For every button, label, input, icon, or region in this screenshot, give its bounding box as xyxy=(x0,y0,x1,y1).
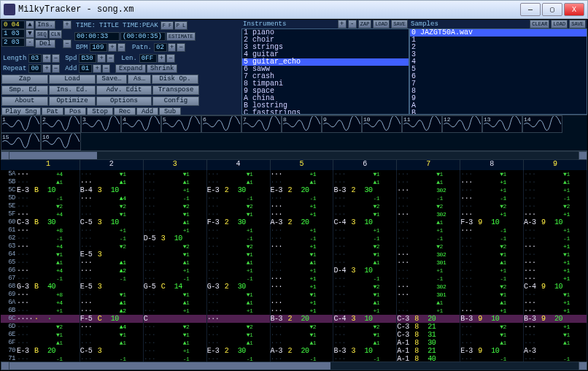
pattern-cell[interactable]: ···-1 xyxy=(207,234,271,242)
pattern-cell[interactable]: ···+1 xyxy=(271,283,334,291)
inst-load-button[interactable]: LOAD xyxy=(373,20,390,28)
pattern-cell[interactable]: ···▼1 xyxy=(144,210,207,218)
pattern-cell[interactable]: ···▼1 xyxy=(524,331,587,339)
pattern-cell[interactable]: C-53 xyxy=(80,347,144,355)
pattern-cell[interactable]: ···+1 xyxy=(144,226,207,234)
del-button[interactable]: Del xyxy=(35,39,55,48)
pattern-cell[interactable]: ···▼2 xyxy=(397,242,460,250)
pattern-cell[interactable]: A-1840 xyxy=(397,355,460,362)
scope-channel[interactable]: 12 xyxy=(442,115,482,133)
seq-button[interactable]: SEQ xyxy=(35,30,48,39)
pattern-cell[interactable]: ···▲4 xyxy=(80,323,144,331)
pattern-cell[interactable]: ···▼1 xyxy=(144,291,207,299)
pattern-cell[interactable]: ···+1 xyxy=(207,307,271,315)
pattern-cell[interactable]: ···301 xyxy=(397,291,460,299)
pattern-cell[interactable]: ···301 xyxy=(397,259,460,267)
options-button[interactable]: Options xyxy=(96,96,152,106)
pattern-row[interactable]: 6D···▼2···▲4···▼2···▼2···▼2···▼2C-3821··… xyxy=(1,323,587,331)
pattern-cell[interactable]: ···-1 xyxy=(144,275,207,283)
pattern-cell[interactable]: ···-1 xyxy=(17,355,80,362)
pattern-row[interactable]: 5D···-1···▲4···-1···-1···-1···-1···-1···… xyxy=(1,194,587,202)
pattern-cell[interactable]: ···+4 xyxy=(17,210,80,218)
about-button[interactable]: About xyxy=(1,96,48,106)
pattern-cell[interactable]: ···▲1 xyxy=(271,339,334,347)
order-ff-button[interactable]: - xyxy=(26,38,34,47)
pattern-scrollbar[interactable] xyxy=(1,362,587,370)
pattern-cell[interactable]: E-3230 xyxy=(207,186,271,194)
config-button[interactable]: Config xyxy=(152,96,199,106)
transpose-button[interactable]: Transpose xyxy=(152,85,199,95)
pattern-cell[interactable]: ···302 xyxy=(397,186,460,194)
pattern-cell[interactable]: ···+1 xyxy=(144,186,207,194)
channel-header[interactable]: 4 xyxy=(207,160,271,170)
pattern-cell[interactable]: ···▲1 xyxy=(271,259,334,267)
pattern-cell[interactable]: ···▲1 xyxy=(397,218,460,226)
estimate-button[interactable]: ESTIMATE xyxy=(166,32,196,41)
pattern-cell[interactable]: ···▼1 xyxy=(207,331,271,339)
pattern-row[interactable]: 69···+8···▼1···▼1···▼1···▼1···▼1···301··… xyxy=(1,291,587,299)
pattern-cell[interactable]: ···+1 xyxy=(397,267,460,275)
pattern-cell[interactable]: ···▼1 xyxy=(17,250,80,259)
patn-plus[interactable]: + xyxy=(168,43,176,52)
ins-button[interactable]: Ins. xyxy=(35,20,55,29)
channel-header[interactable]: 7 xyxy=(397,160,460,170)
sample-list[interactable]: 0 JAZGT50A.wav1 2 3 4 5 6 7 8 9 A B xyxy=(409,28,587,115)
scope-channel[interactable]: 2 xyxy=(41,115,81,133)
pattern-cell[interactable]: ···-1 xyxy=(17,275,80,283)
pattern-cell[interactable]: ···▼1 xyxy=(80,291,144,299)
channel-header[interactable]: 8 xyxy=(460,160,524,170)
inst-plus-button[interactable]: + xyxy=(338,20,347,28)
pattern-cell[interactable]: ···+1 xyxy=(524,259,587,267)
add-minus[interactable]: − xyxy=(102,64,110,73)
add-plus[interactable]: + xyxy=(93,64,101,73)
samp-save-button[interactable]: SAVE xyxy=(569,20,586,28)
pattern-cell[interactable]: ······ xyxy=(17,315,80,323)
pattern-cell[interactable]: ···+1 xyxy=(397,226,460,234)
instrument-item[interactable]: C faststrings xyxy=(242,110,409,115)
pattern-cell[interactable]: ···+4 xyxy=(17,299,80,307)
sample-item[interactable]: 8 xyxy=(410,88,587,95)
pattern-cell[interactable]: ···▲1 xyxy=(271,178,334,186)
pattern-cell[interactable]: ···▼2 xyxy=(144,242,207,250)
channel-header[interactable]: 3 xyxy=(144,160,207,170)
pattern-row[interactable]: 6B···+1···▲2···+1···+1···+1···+1···+1···… xyxy=(1,307,587,315)
order-row-1[interactable]: 1 03 xyxy=(1,29,25,38)
pattern-cell[interactable]: B-4310 xyxy=(80,186,144,194)
pattern-cell[interactable]: ···▼1 xyxy=(144,250,207,259)
pattern-cell[interactable]: ···+1 xyxy=(271,226,334,234)
pattern-cell[interactable]: ···+1 xyxy=(207,226,271,234)
pattern-cell[interactable]: ···▼2 xyxy=(80,242,144,250)
pattern-cell[interactable]: ···▲1 xyxy=(460,259,524,267)
pattern-cell[interactable]: ···▲1 xyxy=(207,339,271,347)
pattern-cell[interactable]: ···▼2 xyxy=(333,323,397,331)
pattern-cell[interactable]: ···▼1 xyxy=(524,291,587,299)
pattern-cell[interactable]: ···302 xyxy=(397,210,460,218)
pattern-cell[interactable]: ···▲1 xyxy=(207,259,271,267)
scope-channel[interactable]: 5 xyxy=(161,115,201,133)
samp-clear-button[interactable]: CLEAR xyxy=(530,20,549,28)
pattern-cell[interactable]: D-4310 xyxy=(333,267,397,275)
pattern-cell[interactable]: C-4310 xyxy=(333,218,397,226)
pattern-cell[interactable]: ···▲1 xyxy=(333,299,397,307)
pattern-cell[interactable]: ···-1 xyxy=(524,234,587,242)
pattern-row[interactable]: 5F···+4···▼1···▼1···▼1···+1···▼1···302··… xyxy=(1,210,587,218)
pattern-cell[interactable]: ···+1 xyxy=(144,267,207,275)
pattern-row[interactable]: 63···+4···▼2···▼2···▼2···+1···▼2···▼2···… xyxy=(1,242,587,250)
pattern-cell[interactable]: ···▼1 xyxy=(80,170,144,178)
pattern-cell[interactable]: ···▲1 xyxy=(397,299,460,307)
inst-zap-button[interactable]: ZAP xyxy=(358,20,372,28)
ff-button[interactable]: F F xyxy=(160,21,174,30)
pattern-cell[interactable]: ···▲1 xyxy=(333,178,397,186)
pattern-cell[interactable]: ···302 xyxy=(397,283,460,291)
pattern-row[interactable]: 68G-3B40E-53G-5C14G-3230···+1···▼2···302… xyxy=(1,283,587,291)
pattern-cell[interactable]: ···+1 xyxy=(460,210,524,218)
pattern-cell[interactable]: ···-1 xyxy=(397,275,460,283)
sample-item[interactable]: A xyxy=(410,102,587,110)
scroll-right-button[interactable] xyxy=(579,151,587,160)
pattern-cell[interactable]: C-4910 xyxy=(524,283,587,291)
pattern-cell[interactable]: ···▼1 xyxy=(460,250,524,259)
pattern-cell[interactable]: G-3B40 xyxy=(17,283,80,291)
pattern-cell[interactable]: ···+1 xyxy=(333,226,397,234)
pattern-cell[interactable]: ···▼1 xyxy=(17,331,80,339)
expand-button[interactable]: Expand xyxy=(115,64,146,73)
